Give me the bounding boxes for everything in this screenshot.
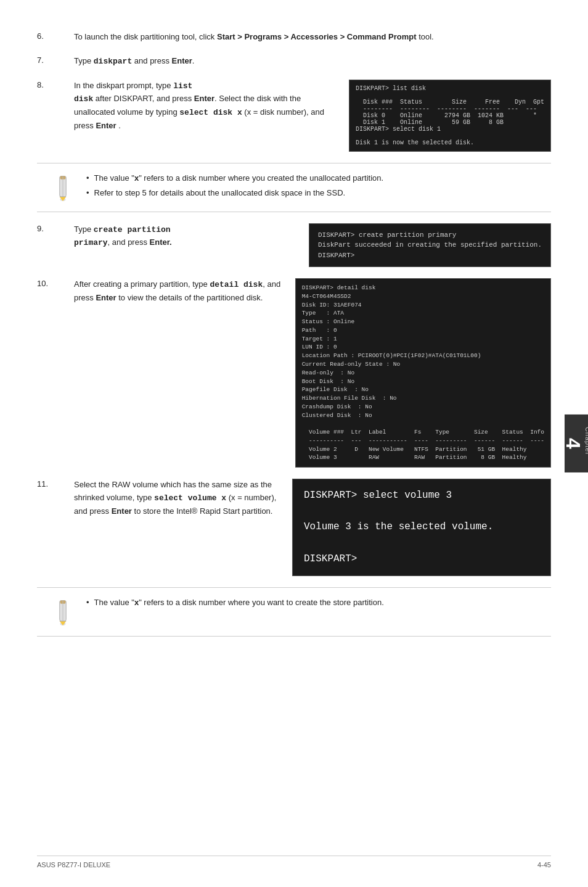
step-10-text: After creating a primary partition, type… — [74, 278, 285, 305]
t3-l12: Boot Disk : No — [302, 377, 544, 386]
t1-l4: -------- -------- -------- ------- --- -… — [356, 105, 544, 112]
step-7-number: 7. — [37, 55, 74, 65]
step-8-code1: listdisk — [74, 81, 192, 104]
note-icon-2 — [49, 596, 76, 627]
footer-product-name: ASUS P8Z77-I DELUXE — [37, 861, 110, 868]
t4-l1: DISKPART> select volume 3 — [304, 488, 539, 504]
chapter-tab: Chapter 4 — [565, 415, 588, 472]
step-6-bold: Start > Programs > Accessories > Command… — [217, 32, 417, 41]
t2-l2: DiskPart succeeded in creating the speci… — [318, 240, 542, 250]
t1-l3: Disk ### Status Size Free Dyn Gpt — [356, 99, 544, 105]
t3-l1: DISKPART> detail disk — [302, 284, 544, 292]
step-9-number: 9. — [37, 223, 74, 233]
t3-l5: Status : Online — [302, 318, 544, 326]
pencil-icon-2 — [52, 598, 74, 625]
t3-l7: Target : 1 — [302, 335, 544, 344]
t3-l8: LUN ID : 0 — [302, 343, 544, 352]
t1-l1: DISKPART> list disk — [356, 85, 544, 92]
t3-l17 — [302, 419, 544, 428]
steps-container: 6. To launch the disk partitioning tool,… — [37, 31, 551, 637]
t3-l2: M4-CT064M4SSD2 — [302, 292, 544, 301]
step-8: 8. In the diskpart prompt, type listdisk… — [37, 80, 551, 152]
t1-l7: DISKPART> select disk 1 — [356, 126, 544, 133]
t3-l9: Location Path : PCIROOT(0)#PCI(1F02)#ATA… — [302, 352, 544, 360]
t3-l10: Current Read-only State : No — [302, 360, 544, 369]
t1-l6: Disk 1 Online 59 GB 8 GB — [356, 119, 544, 126]
step-11-text: Select the RAW volume which has the same… — [74, 479, 282, 518]
terminal-step11: DISKPART> select volume 3 Volume 3 is th… — [292, 479, 551, 576]
pencil-icon-1 — [52, 174, 74, 201]
t1-l5: Disk 0 Online 2794 GB 1024 KB * — [356, 112, 544, 119]
t4-l3: Volume 3 is the selected volume. — [304, 519, 539, 535]
note-bullet-2-1: The value "x" refers to a disk number wh… — [86, 596, 539, 609]
t2-l3: DISKPART> — [318, 250, 542, 261]
t3-l19: ---------- --- ----------- ---- --------… — [302, 437, 544, 445]
step-8-enter2: Enter — [96, 121, 116, 130]
t4-l5: DISKPART> — [304, 551, 539, 567]
step-6: 6. To launch the disk partitioning tool,… — [37, 31, 551, 44]
step-6-content: To launch the disk partitioning tool, cl… — [74, 31, 551, 44]
note-box-2: The value "x" refers to a disk number wh… — [37, 587, 551, 637]
step-7: 7. Type diskpart and press Enter. — [37, 55, 551, 68]
note-content-2: The value "x" refers to a disk number wh… — [86, 596, 539, 612]
t2-l1: DISKPART> create partition primary — [318, 230, 542, 241]
step-10-number: 10. — [37, 278, 74, 288]
step-7-enter: Enter — [172, 56, 192, 65]
note-bullet-1-1: The value "x" refers to a disk number wh… — [86, 172, 539, 185]
step-10-enter: Enter — [96, 293, 116, 302]
t3-l13: Pagefile Disk : No — [302, 386, 544, 394]
step-11: 11. Select the RAW volume which has the … — [37, 479, 551, 576]
note-icon-1 — [49, 172, 76, 203]
t3-l20: Volume 2 D New Volume NTFS Partition 51 … — [302, 445, 544, 454]
step-11-enter: Enter — [112, 506, 132, 516]
footer: ASUS P8Z77-I DELUXE 4-45 — [37, 856, 551, 868]
step-8-enter1: Enter — [194, 94, 214, 103]
t4-l4 — [304, 535, 539, 551]
step-11-content: Select the RAW volume which has the same… — [74, 479, 551, 576]
step-9-content: Type create partitionprimary, and press … — [74, 223, 551, 268]
terminal-step9: DISKPART> create partition primary DiskP… — [309, 223, 551, 268]
t1-l2 — [356, 92, 544, 99]
chapter-number: 4 — [561, 438, 584, 449]
t1-l8 — [356, 133, 544, 139]
note-bullet-1-2: Refer to step 5 for details about the un… — [86, 187, 539, 200]
t3-l16: Clustered Disk : No — [302, 411, 544, 420]
step-9-enter: Enter. — [150, 237, 172, 247]
chapter-label: Chapter — [584, 427, 589, 455]
t3-l3: Disk ID: 31AEF074 — [302, 301, 544, 310]
step-8-text: In the diskpart prompt, type listdisk af… — [74, 80, 339, 133]
step-11-number: 11. — [37, 479, 74, 489]
step-9-text: Type create partitionprimary, and press … — [74, 223, 299, 250]
t4-l2 — [304, 504, 539, 520]
terminal-step10: DISKPART> detail disk M4-CT064M4SSD2 Dis… — [295, 278, 551, 468]
step-6-number: 6. — [37, 31, 74, 41]
step-11-code: select volume x — [154, 493, 226, 503]
t3-l15: Crashdump Disk : No — [302, 403, 544, 411]
t3-l18: Volume ### Ltr Label Fs Type Size Status… — [302, 428, 544, 437]
step-10: 10. After creating a primary partition, … — [37, 278, 551, 468]
step-8-content: In the diskpart prompt, type listdisk af… — [74, 80, 551, 152]
step-10-code: detail disk — [210, 280, 263, 289]
t3-l4: Type : ATA — [302, 309, 544, 318]
page: Chapter 4 6. To launch the disk partitio… — [0, 0, 588, 887]
terminal-step8: DISKPART> list disk Disk ### Status Size… — [349, 80, 551, 152]
step-7-code: diskpart — [94, 57, 132, 66]
t3-l6: Path : 0 — [302, 326, 544, 335]
t3-l14: Hibernation File Disk : No — [302, 394, 544, 403]
step-8-code2: select disk x — [179, 108, 242, 117]
footer-page-number: 4-45 — [537, 861, 551, 868]
t1-l9: Disk 1 is now the selected disk. — [356, 139, 544, 146]
step-7-content: Type diskpart and press Enter. — [74, 55, 551, 68]
t3-l21: Volume 3 RAW RAW Partition 8 GB Healthy — [302, 453, 544, 462]
step-10-content: After creating a primary partition, type… — [74, 278, 551, 468]
note-content-1: The value "x" refers to a disk number wh… — [86, 172, 539, 203]
step-9: 9. Type create partitionprimary, and pre… — [37, 223, 551, 268]
note-box-1: The value "x" refers to a disk number wh… — [37, 163, 551, 212]
step-8-number: 8. — [37, 80, 74, 89]
t3-l11: Read-only : No — [302, 369, 544, 377]
